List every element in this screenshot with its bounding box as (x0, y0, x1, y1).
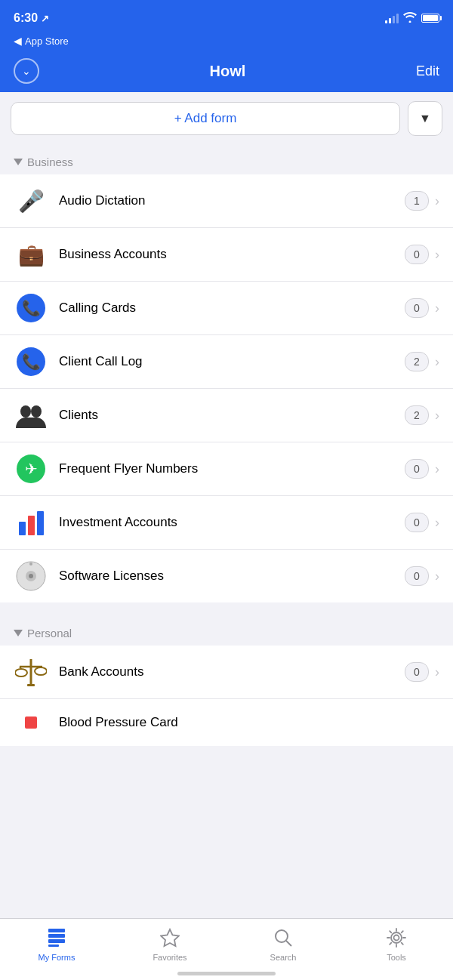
investment-accounts-badge: 0 (405, 513, 429, 532)
signal-icon (385, 13, 399, 23)
investment-accounts-label: Investment Accounts (59, 515, 405, 530)
tab-my-forms-label: My Forms (39, 953, 76, 962)
client-call-log-badge: 2 (405, 352, 429, 371)
tab-tools[interactable]: Tools (340, 928, 453, 962)
svg-rect-21 (27, 684, 35, 686)
chevron-right-icon: › (435, 569, 439, 584)
section-header-personal[interactable]: Personal (0, 616, 453, 646)
location-icon: ↗ (41, 13, 49, 24)
chevron-right-icon: › (435, 193, 439, 209)
business-accounts-badge: 0 (405, 245, 429, 264)
time-display: 6:30 (14, 11, 38, 25)
svg-point-13 (29, 574, 33, 578)
audio-dictation-label: Audio Dictation (59, 193, 405, 208)
edit-button[interactable]: Edit (416, 63, 439, 79)
business-list: 🎤 Audio Dictation 1 › 💼 Business Account… (0, 174, 453, 602)
status-bar: 6:30 ↗ (0, 0, 453, 33)
calling-cards-icon: 📞 (14, 291, 48, 325)
svg-rect-24 (48, 934, 65, 938)
personal-list: Bank Accounts 0 › Blood Pressure Card (0, 646, 453, 746)
frequent-flyer-icon: ✈ (14, 451, 48, 486)
svg-point-14 (29, 562, 32, 566)
tab-favorites[interactable]: Favorites (113, 928, 226, 962)
dropdown-button[interactable]: ⌄ (14, 58, 39, 84)
app-store-bar[interactable]: ◀ App Store (0, 33, 453, 53)
list-item[interactable]: Clients 2 › (0, 389, 453, 442)
svg-rect-22 (25, 717, 37, 729)
list-item[interactable]: 📞 Client Call Log 2 › (0, 335, 453, 389)
list-item[interactable]: 📞 Calling Cards 0 › (0, 282, 453, 335)
client-call-log-label: Client Call Log (59, 354, 405, 369)
frequent-flyer-badge: 0 (405, 459, 429, 479)
nav-left[interactable]: ⌄ (14, 58, 39, 84)
chevron-right-icon: › (435, 247, 439, 263)
back-arrow-icon: ◀ (14, 35, 22, 47)
list-item[interactable]: Investment Accounts 0 › (0, 496, 453, 550)
bank-accounts-icon (14, 655, 48, 689)
my-forms-icon (47, 928, 66, 951)
battery-icon (421, 14, 439, 23)
audio-dictation-badge: 1 (405, 191, 429, 211)
frequent-flyer-label: Frequent Flyer Numbers (59, 461, 405, 476)
section-gap (0, 602, 453, 616)
svg-point-28 (276, 930, 288, 942)
svg-point-31 (391, 932, 402, 943)
wifi-icon (403, 12, 417, 25)
calling-cards-badge: 0 (405, 298, 429, 318)
svg-point-19 (35, 667, 47, 675)
clients-badge: 2 (405, 405, 429, 425)
list-item[interactable]: Software Licenses 0 › (0, 550, 453, 602)
list-item[interactable]: Bank Accounts 0 › (0, 646, 453, 699)
blood-pressure-label: Blood Pressure Card (59, 715, 439, 730)
section-business-label: Business (27, 156, 73, 168)
collapse-personal-icon (14, 630, 23, 636)
software-licenses-icon (14, 559, 48, 593)
nav-title: Howl (39, 63, 416, 80)
svg-text:📞: 📞 (22, 299, 41, 317)
svg-point-17 (15, 669, 27, 676)
investment-accounts-icon (14, 505, 48, 540)
bank-accounts-badge: 0 (405, 662, 429, 682)
svg-rect-9 (28, 516, 35, 535)
clients-icon (14, 398, 48, 433)
app-store-label[interactable]: App Store (25, 35, 69, 47)
svg-line-29 (286, 941, 291, 946)
software-licenses-label: Software Licenses (59, 569, 405, 584)
scroll-area: + Add form ▼ Business 🎤 Audio Dictation … (0, 92, 453, 808)
tab-search-label: Search (270, 953, 297, 962)
chevron-down-icon: ⌄ (22, 65, 31, 77)
nav-header: ⌄ Howl Edit (0, 53, 453, 92)
chevron-right-icon: › (435, 461, 439, 477)
add-form-row: + Add form ▼ (0, 92, 453, 145)
blood-pressure-icon (14, 705, 48, 740)
business-accounts-label: Business Accounts (59, 247, 405, 262)
tab-my-forms[interactable]: My Forms (0, 928, 113, 962)
section-personal-label: Personal (27, 627, 72, 639)
business-accounts-icon: 💼 (14, 237, 48, 272)
filter-icon: ▼ (419, 112, 431, 125)
bank-accounts-label: Bank Accounts (59, 664, 405, 680)
audio-dictation-icon: 🎤 (14, 183, 48, 218)
tab-bar: My Forms Favorites Search Tools (0, 918, 453, 980)
home-indicator (177, 972, 276, 975)
list-item[interactable]: 🎤 Audio Dictation 1 › (0, 174, 453, 228)
section-header-business[interactable]: Business (0, 145, 453, 174)
svg-rect-8 (19, 522, 26, 535)
svg-rect-10 (37, 511, 44, 535)
list-item[interactable]: ✈ Frequent Flyer Numbers 0 › (0, 442, 453, 496)
tab-search[interactable]: Search (226, 928, 340, 962)
tab-tools-label: Tools (387, 953, 406, 962)
svg-point-5 (31, 405, 42, 418)
svg-text:✈: ✈ (25, 461, 38, 477)
svg-text:📞: 📞 (22, 353, 41, 371)
status-indicators (385, 12, 439, 25)
svg-rect-23 (48, 929, 65, 932)
svg-rect-25 (48, 939, 65, 943)
list-item-partial[interactable]: Blood Pressure Card (0, 699, 453, 746)
add-form-button[interactable]: + Add form (11, 102, 400, 135)
svg-marker-27 (161, 929, 179, 946)
collapse-business-icon (14, 159, 23, 165)
filter-button[interactable]: ▼ (408, 101, 442, 136)
list-item[interactable]: 💼 Business Accounts 0 › (0, 228, 453, 282)
software-licenses-badge: 0 (405, 566, 429, 586)
